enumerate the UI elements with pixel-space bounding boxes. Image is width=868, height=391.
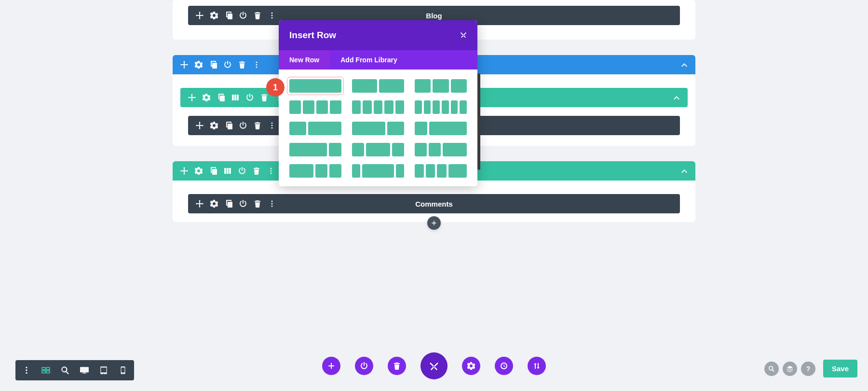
trash-icon[interactable] xyxy=(238,61,246,69)
gear-icon[interactable] xyxy=(210,12,218,19)
add-module-button[interactable] xyxy=(427,216,441,230)
move-icon[interactable] xyxy=(180,167,188,175)
trash-button[interactable] xyxy=(388,357,406,375)
layout-option-6[interactable] xyxy=(415,100,467,114)
close-icon[interactable] xyxy=(460,30,467,41)
layout-option-12[interactable] xyxy=(415,143,467,156)
layout-option-4[interactable] xyxy=(289,100,341,114)
tablet-icon[interactable] xyxy=(99,366,108,375)
gear-icon[interactable] xyxy=(210,200,218,208)
dots-icon[interactable] xyxy=(267,167,275,175)
trash-icon[interactable] xyxy=(254,200,261,208)
layers-button[interactable] xyxy=(783,362,797,376)
dots-icon[interactable] xyxy=(22,366,31,375)
gear-icon[interactable] xyxy=(195,61,203,69)
layout-option-9[interactable] xyxy=(415,122,467,135)
power-icon[interactable] xyxy=(238,167,246,175)
layout-col xyxy=(329,164,341,178)
desktop-icon[interactable] xyxy=(80,366,89,375)
trash-icon[interactable] xyxy=(260,94,268,101)
columns-icon[interactable] xyxy=(231,94,239,101)
power-icon[interactable] xyxy=(239,200,247,208)
layout-col xyxy=(429,143,441,156)
layout-option-15[interactable] xyxy=(415,164,467,178)
gear-icon[interactable] xyxy=(195,167,203,175)
layout-grid xyxy=(279,70,477,186)
layout-option-3[interactable] xyxy=(415,79,467,93)
dots-icon[interactable] xyxy=(268,122,276,129)
layout-col xyxy=(315,164,327,178)
layout-col xyxy=(374,100,382,114)
close-builder-button[interactable] xyxy=(420,352,448,379)
sort-button[interactable] xyxy=(528,357,546,375)
tab-add-from-library[interactable]: Add From Library xyxy=(330,50,407,70)
dots-icon[interactable] xyxy=(268,200,276,208)
duplicate-icon[interactable] xyxy=(225,200,232,208)
layout-col xyxy=(289,100,301,114)
layout-col xyxy=(289,164,313,178)
trash-icon[interactable] xyxy=(254,122,261,129)
gear-icon[interactable] xyxy=(203,94,210,101)
history-button[interactable] xyxy=(495,357,513,375)
power-button[interactable] xyxy=(355,357,373,375)
layout-col xyxy=(460,100,467,114)
layout-col xyxy=(362,164,394,178)
layout-option-10[interactable] xyxy=(289,143,341,156)
layout-option-11[interactable] xyxy=(352,143,404,156)
zoom-icon[interactable] xyxy=(61,366,69,375)
chevron-up-icon[interactable] xyxy=(680,60,689,69)
layout-option-1[interactable] xyxy=(289,79,341,93)
move-icon[interactable] xyxy=(188,94,196,101)
wireframe-icon[interactable] xyxy=(41,366,50,375)
save-button[interactable]: Save xyxy=(823,360,857,377)
columns-icon[interactable] xyxy=(224,167,231,175)
layout-col xyxy=(415,100,422,114)
dots-icon[interactable] xyxy=(253,61,260,69)
layout-option-7[interactable] xyxy=(289,122,341,135)
save-group: ? Save xyxy=(764,360,857,377)
duplicate-icon[interactable] xyxy=(217,94,225,101)
layout-col xyxy=(429,122,467,135)
power-icon[interactable] xyxy=(239,12,247,19)
tab-label: Add From Library xyxy=(340,56,397,64)
layout-option-2[interactable] xyxy=(352,79,404,93)
layout-col xyxy=(392,143,404,156)
settings-button[interactable] xyxy=(462,357,480,375)
layout-col xyxy=(433,100,440,114)
trash-icon[interactable] xyxy=(253,167,260,175)
help-button[interactable]: ? xyxy=(801,362,815,376)
step-badge: 1 xyxy=(266,78,285,97)
move-icon[interactable] xyxy=(196,200,203,208)
duplicate-icon[interactable] xyxy=(209,167,217,175)
chevron-up-icon[interactable] xyxy=(672,93,681,102)
dots-icon[interactable] xyxy=(268,12,276,19)
power-icon[interactable] xyxy=(224,61,231,69)
move-icon[interactable] xyxy=(196,122,203,129)
gear-icon[interactable] xyxy=(210,122,218,129)
phone-icon[interactable] xyxy=(119,366,127,375)
layout-option-5[interactable] xyxy=(352,100,404,114)
layout-col xyxy=(426,164,435,178)
power-icon[interactable] xyxy=(246,94,254,101)
tab-new-row[interactable]: New Row xyxy=(279,50,330,70)
chevron-up-icon[interactable] xyxy=(680,167,689,175)
trash-icon[interactable] xyxy=(254,12,261,19)
layout-col xyxy=(366,143,390,156)
duplicate-icon[interactable] xyxy=(225,12,232,19)
layout-option-13[interactable] xyxy=(289,164,341,178)
power-icon[interactable] xyxy=(239,122,247,129)
search-button[interactable] xyxy=(764,362,779,376)
duplicate-icon[interactable] xyxy=(225,122,232,129)
layout-col xyxy=(415,122,427,135)
layout-option-8[interactable] xyxy=(352,122,404,135)
module-bar-comments[interactable]: Comments xyxy=(188,194,680,213)
layout-col xyxy=(396,164,404,178)
modal-header[interactable]: Insert Row xyxy=(279,20,477,50)
move-icon[interactable] xyxy=(180,61,188,69)
layout-col xyxy=(442,100,449,114)
duplicate-icon[interactable] xyxy=(209,61,217,69)
layout-option-14[interactable] xyxy=(352,164,404,178)
move-icon[interactable] xyxy=(196,12,203,19)
add-button[interactable] xyxy=(322,357,340,375)
module-label: Comments xyxy=(415,200,453,208)
